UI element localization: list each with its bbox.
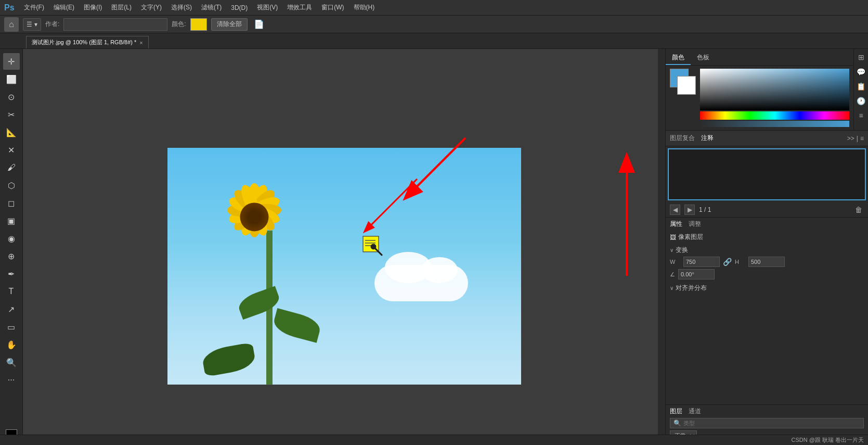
menu-plugins[interactable]: 增效工具 [283,2,316,13]
tab-layers[interactable]: 图层 [670,407,682,416]
properties-panel: 属性 调整 🖼 像素图层 ∨ 变换 W 🔗 [666,218,868,404]
tab-properties[interactable]: 属性 [670,220,682,228]
healing-tool[interactable]: ✕ [3,142,20,158]
notes-next-button[interactable]: ▶ [684,205,695,215]
search-input[interactable] [683,420,860,426]
menu-view[interactable]: 视图(V) [253,2,282,13]
tab-channels[interactable]: 通道 [689,407,701,416]
notes-prev-button[interactable]: ◀ [670,205,680,215]
svg-line-7 [365,179,417,231]
notes-current: 1 [699,206,703,213]
notes-counter: 1 / 1 [699,206,711,213]
panel-tabs-row: 颜色 色板 [666,49,853,66]
tab-label: 测试图片.jpg @ 100% (图层 1, RGB/8#) * [32,39,136,46]
search-icon: 🔍 [673,419,681,427]
color-swatch[interactable] [190,18,207,31]
tab-adjustments[interactable]: 调整 [689,220,701,228]
strip-icon-history[interactable]: 🕐 [855,95,867,107]
shape-tool[interactable]: ▭ [3,319,20,335]
canvas-image [167,147,521,384]
text-tool[interactable]: T [3,283,20,300]
notes-navigation: ◀ ▶ 1 / 1 🗑 [666,202,868,217]
angle-row: ∠ [670,269,864,279]
menu-file[interactable]: 文件(F) [20,2,48,13]
menu-edit[interactable]: 编辑(E) [49,2,79,13]
notes-content-area[interactable] [668,148,866,200]
hue-slider[interactable] [700,111,849,120]
angle-icon: ∠ [670,271,675,278]
menu-window[interactable]: 窗口(W) [317,2,348,13]
tabs-bar: 测试图片.jpg @ 100% (图层 1, RGB/8#) * × [0,33,868,49]
notes-collapse-icon[interactable]: ≡ [860,135,864,142]
strip-icon-info[interactable]: 💬 [855,66,867,78]
color-gradient-overlay [700,69,849,110]
marquee-tool[interactable]: ⬜ [3,71,20,87]
layers-search-bar: 🔍 [670,418,864,428]
align-chevron: ∨ [670,285,673,291]
fg-bg-swatches[interactable] [670,69,696,95]
hand-tool[interactable]: ✋ [3,336,20,353]
gradient-tool[interactable]: ▣ [3,212,20,229]
transform-section: ∨ 变换 W 🔗 H ∠ [670,246,864,279]
lasso-tool[interactable]: ⊙ [3,88,20,105]
tab-color[interactable]: 颜色 [666,51,691,65]
notes-panel-header: 图层复合 注释 >> | ≡ [666,131,868,146]
dodge-tool[interactable]: ⊕ [3,248,20,264]
alpha-slider[interactable] [700,121,849,127]
width-input[interactable] [683,257,720,267]
path-selection-tool[interactable]: ↗ [3,301,20,317]
layers-tabs-row: 图层 通道 [670,407,864,416]
height-input[interactable] [748,257,785,267]
tab-layer-comp[interactable]: 图层复合 [670,133,695,144]
color-gradient-area[interactable] [700,69,849,110]
menu-text[interactable]: 文字(Y) [137,2,166,13]
document-tab[interactable]: 测试图片.jpg @ 100% (图层 1, RGB/8#) * × [26,36,149,48]
background-swatch[interactable] [677,76,696,95]
strip-icon-layers[interactable]: ⊞ [855,51,867,63]
dropdown-arrow: ▾ [34,21,37,28]
sunflower-head [221,183,288,251]
menu-select[interactable]: 选择(S) [167,2,196,13]
author-input[interactable] [63,18,167,31]
notes-panel-controls: >> | ≡ [847,135,864,142]
vertical-scrollbar[interactable] [658,49,665,445]
dropdown-icon: ☰ [27,21,32,28]
pen-tool[interactable]: ✒ [3,265,20,282]
more-tools[interactable]: ··· [3,372,20,388]
main-layout: ✛ ⬜ ⊙ ✂ 📐 ✕ 🖌 ⬡ ◻ ▣ ◉ ⊕ ✒ T ↗ ▭ ✋ 🔍 ··· [0,49,868,445]
eraser-tool[interactable]: ◻ [3,195,20,211]
strip-icon-channels[interactable]: 📋 [855,80,867,93]
stamp-tool[interactable]: ⬡ [3,177,20,194]
notes-panel: 图层复合 注释 >> | ≡ ◀ ▶ 1 / 1 🗑 [666,131,868,218]
notes-delete-button[interactable]: 🗑 [853,205,864,215]
document-icon[interactable]: 📄 [252,17,266,32]
pixel-section: 🖼 像素图层 [670,233,864,241]
measure-tool[interactable]: 📐 [3,124,20,141]
clear-all-button[interactable]: 清除全部 [211,18,248,31]
left-toolbox: ✛ ⬜ ⊙ ✂ 📐 ✕ 🖌 ⬡ ◻ ▣ ◉ ⊕ ✒ T ↗ ▭ ✋ 🔍 ··· [0,49,23,445]
notes-expand-icon[interactable]: >> [847,135,854,142]
notes-menu-icon[interactable]: | [857,135,858,142]
link-icon[interactable]: 🔗 [723,258,732,266]
angle-input[interactable] [678,269,715,279]
tab-notes[interactable]: 注释 [701,133,714,144]
tab-swatches[interactable]: 色板 [691,51,716,65]
strip-icon-more[interactable]: ≡ [855,109,867,122]
menu-3d[interactable]: 3D(D) [227,3,252,12]
menu-image[interactable]: 图像(I) [80,2,106,13]
brush-tool[interactable]: 🖌 [3,159,20,176]
zoom-tool[interactable]: 🔍 [3,354,20,371]
color-panel-tabs: 颜色 色板 [666,49,853,130]
move-tool[interactable]: ✛ [3,53,20,70]
menu-filter[interactable]: 滤镜(T) [197,2,226,13]
annotation-note-icon[interactable] [362,235,383,260]
blur-tool[interactable]: ◉ [3,230,20,247]
menu-help[interactable]: 帮助(H) [349,2,379,13]
color-panel-header: 颜色 色板 [666,49,868,131]
menu-bar: Ps 文件(F) 编辑(E) 图像(I) 图层(L) 文字(Y) 选择(S) 滤… [0,0,868,16]
crop-tool[interactable]: ✂ [3,106,20,123]
tool-dropdown[interactable]: ☰ ▾ [23,18,41,31]
tab-close-button[interactable]: × [139,40,142,46]
menu-layer[interactable]: 图层(L) [107,2,136,13]
home-button[interactable]: ⌂ [4,17,19,32]
